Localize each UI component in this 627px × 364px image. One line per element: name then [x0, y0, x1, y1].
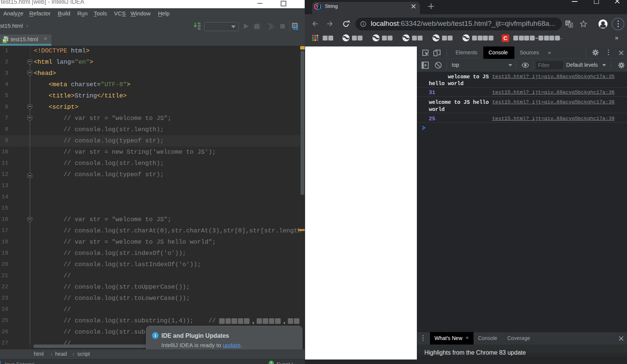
svg-text:01: 01 — [198, 22, 201, 25]
svg-text:01: 01 — [198, 28, 201, 30]
svg-text:10: 10 — [198, 25, 201, 28]
